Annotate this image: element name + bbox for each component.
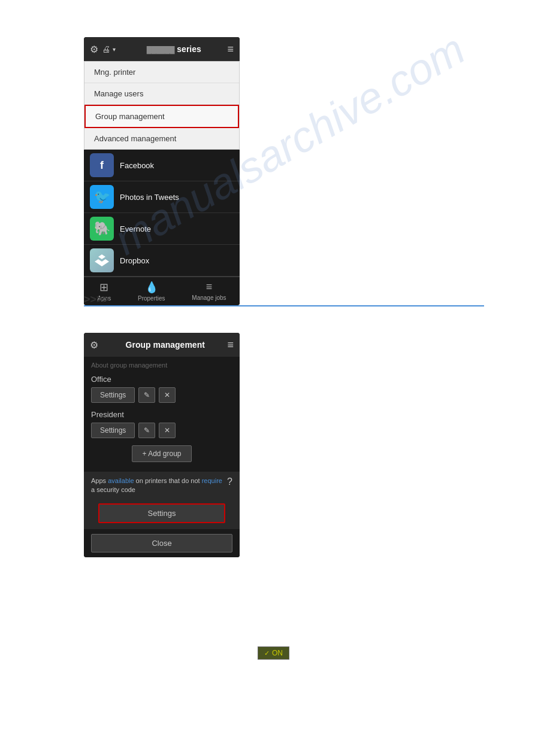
add-group-button[interactable]: + Add group bbox=[132, 445, 191, 462]
help-icon[interactable]: ? bbox=[227, 476, 232, 487]
nav-manage-jobs-label: Manage jobs bbox=[192, 294, 226, 301]
arrow-indicator: >>>> bbox=[84, 293, 109, 306]
gm-apps-text: Apps available on printers that do not r… bbox=[91, 476, 223, 495]
app-name: Evernote bbox=[120, 224, 151, 233]
menu-icon[interactable]: ≡ bbox=[227, 43, 234, 56]
gm-apps-section: Apps available on printers that do not r… bbox=[84, 472, 240, 500]
app-name: Facebook bbox=[120, 161, 154, 170]
app-name: Dropbox bbox=[120, 256, 149, 265]
dropbox-icon bbox=[90, 248, 114, 272]
gm-settings-button-office[interactable]: Settings bbox=[91, 387, 135, 403]
dropdown-item-mng-printer[interactable]: Mng. printer bbox=[84, 62, 239, 83]
gm-group-buttons-president: Settings ✎ ✕ bbox=[91, 423, 232, 438]
gm-group-name-president: President bbox=[91, 410, 232, 419]
dropdown-menu: Mng. printer Manage users Group manageme… bbox=[84, 61, 240, 150]
on-badge: ✓ ON bbox=[258, 646, 289, 660]
gm-close-bar: Close bbox=[84, 529, 240, 557]
gm-close-button[interactable]: Close bbox=[91, 534, 232, 552]
gm-menu-icon[interactable]: ≡ bbox=[227, 339, 234, 351]
nav-manage-jobs[interactable]: ≡ Manage jobs bbox=[192, 281, 226, 302]
screenshot-2: ⚙ Group management ≡ About group managem… bbox=[84, 333, 240, 557]
facebook-icon: f bbox=[90, 153, 114, 177]
gear-icon: ⚙ bbox=[90, 44, 98, 55]
apps-text-highlight2: require bbox=[202, 477, 222, 484]
apps-icon: ⊞ bbox=[99, 281, 108, 294]
dropdown-item-group-management[interactable]: Group management bbox=[84, 105, 239, 128]
gm-header-title: Group management bbox=[103, 340, 227, 350]
twitter-icon: 🐦 bbox=[90, 185, 114, 209]
gm-header: ⚙ Group management ≡ bbox=[84, 333, 240, 357]
gear-icon: ⚙ bbox=[90, 339, 98, 351]
list-item[interactable]: 🐦 Photos in Tweets bbox=[84, 181, 240, 213]
app-list: f Facebook 🐦 Photos in Tweets 🐘 Evernote… bbox=[84, 150, 240, 277]
header-series-text: ██████ series bbox=[120, 44, 227, 54]
apps-text-part2: on printers that do not bbox=[134, 477, 202, 484]
apps-text-part3: a security code bbox=[91, 486, 135, 493]
manage-jobs-icon: ≡ bbox=[206, 281, 213, 293]
apps-text-part1: Apps bbox=[91, 477, 108, 484]
gm-group-office: Office Settings ✎ ✕ bbox=[91, 375, 232, 403]
list-item[interactable]: Dropbox bbox=[84, 245, 240, 277]
dropdown-item-advanced-management[interactable]: Advanced management bbox=[84, 128, 239, 149]
on-check-icon: ✓ bbox=[264, 649, 270, 657]
on-label: ON bbox=[272, 649, 283, 657]
gm-group-president: President Settings ✎ ✕ bbox=[91, 410, 232, 438]
gm-content: About group management Office Settings ✎… bbox=[84, 357, 240, 472]
gm-apps-settings-button[interactable]: Settings bbox=[98, 503, 225, 523]
caret-icon: ▾ bbox=[113, 46, 116, 53]
gm-about-label[interactable]: About group management bbox=[91, 362, 232, 369]
nav-properties-label: Properties bbox=[138, 295, 165, 302]
gm-edit-button-office[interactable]: ✎ bbox=[138, 387, 155, 403]
gm-delete-button-president[interactable]: ✕ bbox=[159, 423, 176, 438]
evernote-icon: 🐘 bbox=[90, 217, 114, 241]
app-name: Photos in Tweets bbox=[120, 193, 179, 202]
divider-line bbox=[84, 305, 484, 306]
properties-icon: 💧 bbox=[145, 281, 158, 294]
app-header: ⚙ 🖨 ▾ ██████ series ≡ bbox=[84, 37, 240, 61]
apps-text-highlight1: available bbox=[108, 477, 134, 484]
gm-edit-button-president[interactable]: ✎ bbox=[138, 423, 155, 438]
printer-icon: 🖨 bbox=[102, 44, 110, 54]
screenshot-1: ⚙ 🖨 ▾ ██████ series ≡ Mng. printer Manag… bbox=[84, 37, 240, 305]
gm-group-buttons-office: Settings ✎ ✕ bbox=[91, 387, 232, 403]
list-item[interactable]: 🐘 Evernote bbox=[84, 213, 240, 245]
nav-properties[interactable]: 💧 Properties bbox=[138, 281, 165, 302]
dropdown-item-manage-users[interactable]: Manage users bbox=[84, 83, 239, 105]
gm-delete-button-office[interactable]: ✕ bbox=[159, 387, 176, 403]
gm-settings-button-president[interactable]: Settings bbox=[91, 423, 135, 438]
gm-settings-area: Settings bbox=[84, 500, 240, 529]
gm-group-name-office: Office bbox=[91, 375, 232, 384]
list-item[interactable]: f Facebook bbox=[84, 150, 240, 181]
